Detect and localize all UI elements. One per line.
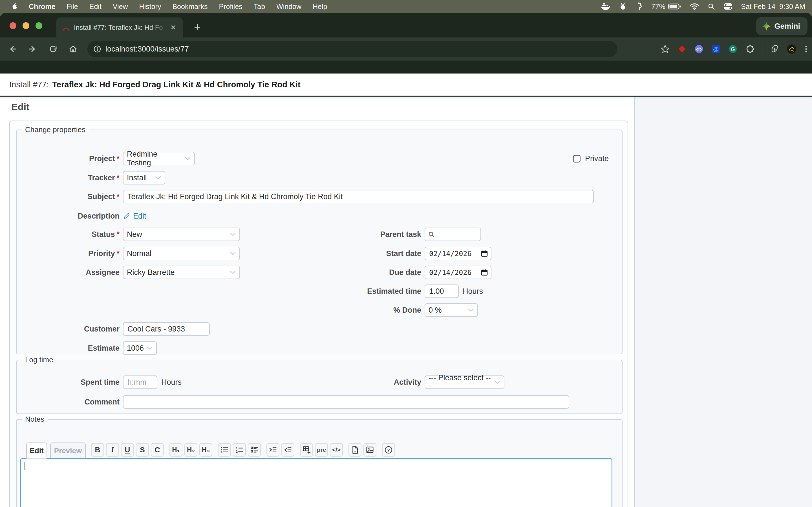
menubar-item-profiles[interactable]: Profiles	[219, 3, 242, 11]
battery-saver-leaf-icon[interactable]	[770, 44, 779, 54]
notes-tab-preview[interactable]: Preview	[50, 443, 86, 459]
docker-icon[interactable]	[601, 3, 610, 10]
activity-select[interactable]: --- Please select ---	[424, 376, 504, 389]
table-icon	[302, 446, 311, 454]
extension-at-icon[interactable]: @	[711, 44, 721, 54]
menubar-item-edit[interactable]: Edit	[89, 3, 101, 11]
help-icon: ?	[384, 446, 393, 454]
menubar-time[interactable]: 9:30 AM	[779, 3, 805, 11]
notes-textarea[interactable]	[20, 458, 612, 507]
wifi-icon[interactable]	[690, 3, 699, 10]
project-select[interactable]: Redmine Testing	[123, 152, 195, 165]
heading3-button[interactable]: H₃	[199, 443, 212, 457]
log-time-fieldset: Log time Spent time Hours Activity --- P…	[16, 355, 622, 414]
chevron-down-icon	[183, 157, 191, 161]
gemini-sparkle-icon	[762, 22, 771, 31]
search-icon	[428, 231, 435, 238]
indent-button[interactable]	[266, 443, 280, 457]
page-content: Edit Change properties Project* Redmine …	[0, 97, 812, 507]
rabbit-icon[interactable]	[619, 3, 627, 10]
menubar-item-tab[interactable]: Tab	[254, 3, 265, 11]
menubar-item-bookmarks[interactable]: Bookmarks	[172, 3, 207, 11]
underline-button[interactable]: U	[121, 443, 134, 457]
status-select[interactable]: New	[123, 228, 240, 241]
subject-input[interactable]	[123, 190, 594, 203]
battery-icon[interactable]	[668, 3, 681, 10]
strikethrough-button[interactable]: S	[136, 443, 149, 457]
svg-text:G: G	[731, 46, 735, 52]
insert-table-button[interactable]	[300, 443, 313, 457]
link-file-button[interactable]: ∞	[349, 443, 361, 457]
inline-code-button[interactable]: C	[151, 443, 164, 457]
definition-list-button[interactable]	[248, 443, 261, 457]
calendar-icon[interactable]	[481, 269, 488, 276]
chevron-down-icon	[227, 251, 236, 256]
estimated-time-input[interactable]	[424, 284, 459, 298]
new-tab-button[interactable]: +	[191, 20, 204, 34]
ordered-list-icon: 12	[235, 446, 244, 454]
tracker-label: Tracker*	[19, 173, 119, 182]
unordered-list-button[interactable]	[218, 443, 231, 457]
italic-button[interactable]: I	[106, 443, 119, 457]
menubar-item-history[interactable]: History	[139, 3, 161, 11]
code-block-button[interactable]: </>	[330, 443, 343, 457]
tab-close-icon[interactable]: ✕	[168, 22, 178, 33]
definition-list-icon	[250, 446, 259, 454]
tracker-select[interactable]: Install	[123, 171, 165, 184]
menubar-item-file[interactable]: File	[66, 3, 78, 11]
extension-lens-icon[interactable]	[694, 44, 704, 54]
site-info-icon[interactable]	[93, 45, 101, 53]
help-button[interactable]: ?	[382, 443, 395, 457]
menubar-item-view[interactable]: View	[113, 3, 128, 11]
estimate-select[interactable]: 1006	[123, 341, 157, 355]
menubar-date[interactable]: Sat Feb 14	[741, 3, 775, 11]
assignee-select[interactable]: Ricky Barrette	[123, 266, 240, 279]
url-text[interactable]: localhost:3000/issues/77	[105, 45, 189, 54]
tab-title: Install #77: Teraflex Jk: Hd Fo	[74, 24, 168, 32]
browser-tab[interactable]: Install #77: Teraflex Jk: Hd Fo ✕	[56, 17, 183, 38]
outdent-button[interactable]	[282, 443, 294, 457]
reload-icon[interactable]	[49, 44, 58, 54]
notes-tab-edit[interactable]: Edit	[26, 443, 47, 459]
ordered-list-button[interactable]: 12	[233, 443, 246, 457]
profile-avatar[interactable]	[786, 44, 797, 54]
gemini-button[interactable]: Gemini	[756, 17, 808, 35]
extensions-puzzle-icon[interactable]	[745, 44, 755, 54]
address-bar[interactable]: localhost:3000/issues/77	[87, 41, 617, 57]
heading2-button[interactable]: H₂	[185, 443, 197, 457]
customer-input[interactable]	[123, 322, 210, 336]
window-close-button[interactable]	[10, 22, 16, 29]
control-center-icon[interactable]	[723, 3, 732, 10]
calendar-icon[interactable]	[481, 250, 488, 257]
customer-label: Customer	[19, 325, 119, 334]
chrome-menu-icon[interactable]	[804, 44, 808, 54]
menubar-item-window[interactable]: Window	[276, 3, 301, 11]
extension-redgate-icon[interactable]	[677, 44, 687, 54]
menubar-item-chrome[interactable]: Chrome	[29, 3, 55, 11]
bold-button[interactable]: B	[91, 443, 104, 457]
grammarly-icon[interactable]: G	[728, 44, 738, 54]
due-date-label: Due date	[321, 268, 421, 277]
private-checkbox[interactable]	[573, 155, 580, 163]
description-edit-link[interactable]: Edit	[133, 212, 146, 221]
comment-input[interactable]	[123, 395, 569, 409]
window-minimize-button[interactable]	[22, 22, 29, 29]
gnu-icon[interactable]	[636, 2, 643, 11]
window-zoom-button[interactable]	[36, 22, 42, 29]
done-ratio-select[interactable]: 0 %	[424, 303, 478, 317]
apple-icon[interactable]	[11, 3, 17, 10]
priority-select[interactable]: Normal	[123, 247, 240, 260]
menubar-item-help[interactable]: Help	[313, 3, 327, 11]
bookmark-star-icon[interactable]	[660, 44, 670, 54]
forward-icon[interactable]	[28, 44, 37, 54]
home-icon[interactable]	[68, 44, 78, 54]
back-icon[interactable]	[8, 44, 18, 54]
spotlight-search-icon[interactable]	[708, 3, 715, 10]
notes-legend: Notes	[22, 415, 48, 424]
parent-task-label: Parent task	[321, 230, 421, 239]
insert-image-button[interactable]	[363, 443, 376, 457]
preformatted-button[interactable]: pre	[315, 443, 328, 457]
spent-time-input[interactable]	[123, 376, 157, 389]
private-label: Private	[585, 154, 609, 163]
heading1-button[interactable]: H₁	[169, 443, 183, 457]
